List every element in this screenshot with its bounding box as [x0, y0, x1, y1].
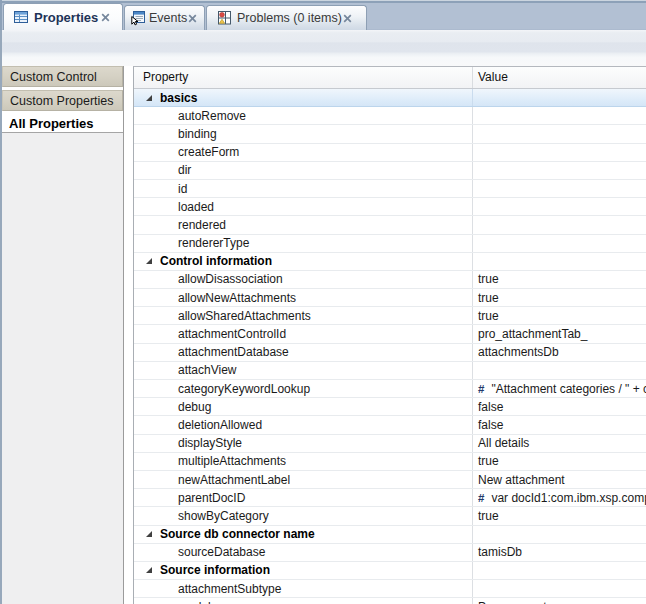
group-row[interactable]: Control information	[134, 253, 646, 271]
property-name-cell[interactable]: categoryKeywordLookup	[134, 380, 473, 397]
property-row[interactable]: allowDisassociationtrue	[134, 271, 646, 289]
property-value-cell[interactable]	[473, 362, 646, 379]
property-value-cell[interactable]: true	[473, 507, 646, 524]
property-row[interactable]: autoRemove	[134, 107, 646, 125]
property-name-cell[interactable]: newAttachmentLabel	[134, 471, 473, 488]
property-value-cell[interactable]: tamisDb	[473, 544, 646, 561]
property-value-cell[interactable]	[473, 162, 646, 179]
property-value-cell[interactable]	[473, 235, 646, 252]
property-value-cell[interactable]	[473, 216, 646, 233]
property-value-cell[interactable]: #var docId1:com.ibm.xsp.compon	[473, 489, 646, 506]
property-value-cell[interactable]	[473, 580, 646, 597]
property-value-cell[interactable]	[473, 107, 646, 124]
property-value-cell[interactable]: #"Attachment categories / " + cat	[473, 380, 646, 397]
property-row[interactable]: categoryKeywordLookup#"Attachment catego…	[134, 380, 646, 398]
sidebar-item-all-properties[interactable]: All Properties	[2, 114, 123, 132]
property-row[interactable]: sourceDatabasetamisDb	[134, 544, 646, 562]
property-name-cell[interactable]: attachmentDatabase	[134, 344, 473, 361]
property-row[interactable]: rendererType	[134, 235, 646, 253]
tab-problems-close-icon[interactable]	[343, 14, 352, 23]
property-name-cell[interactable]: id	[134, 180, 473, 197]
property-value-cell[interactable]: true	[473, 289, 646, 306]
property-value-cell[interactable]: true	[473, 453, 646, 470]
property-name-cell[interactable]: attachView	[134, 362, 473, 379]
property-row[interactable]: attachmentDatabaseattachmentsDb	[134, 344, 646, 362]
property-row[interactable]: newAttachmentLabelNew attachment	[134, 471, 646, 489]
property-name-cell[interactable]: rendered	[134, 216, 473, 233]
property-name-cell[interactable]: Control information	[134, 253, 473, 270]
group-row[interactable]: Source information	[134, 562, 646, 580]
sidebar-item-custom-control[interactable]: Custom Control	[2, 66, 123, 87]
property-name-cell[interactable]: attachmentControlId	[134, 325, 473, 342]
property-row[interactable]: parentDocID#var docId1:com.ibm.xsp.compo…	[134, 489, 646, 507]
property-value-cell[interactable]	[473, 144, 646, 161]
property-row[interactable]: deletionAllowedfalse	[134, 416, 646, 434]
property-name-cell[interactable]: sourceDatabase	[134, 544, 473, 561]
property-value-cell[interactable]	[473, 180, 646, 197]
property-name-cell[interactable]: module	[134, 598, 473, 604]
property-name-cell[interactable]: showByCategory	[134, 507, 473, 524]
property-name-cell[interactable]: basics	[134, 89, 473, 106]
property-name-cell[interactable]: loaded	[134, 198, 473, 215]
property-name-cell[interactable]: binding	[134, 125, 473, 142]
property-name-cell[interactable]: dir	[134, 162, 473, 179]
property-name-cell[interactable]: displayStyle	[134, 435, 473, 452]
tab-problems[interactable]: Problems (0 items)	[206, 5, 367, 30]
property-row[interactable]: rendered	[134, 216, 646, 234]
property-row[interactable]: showByCategorytrue	[134, 507, 646, 525]
tab-events[interactable]: Events	[124, 5, 205, 30]
property-value-cell[interactable]: Procurement	[473, 598, 646, 604]
column-header-value[interactable]: Value	[473, 67, 646, 88]
expanded-twisty-icon[interactable]	[146, 258, 152, 264]
property-name-cell[interactable]: Source information	[134, 562, 473, 579]
property-row[interactable]: attachmentSubtype	[134, 580, 646, 598]
property-name-cell[interactable]: attachmentSubtype	[134, 580, 473, 597]
property-name-cell[interactable]: allowDisassociation	[134, 271, 473, 288]
tab-properties-close-icon[interactable]	[101, 13, 110, 22]
property-row[interactable]: allowSharedAttachmentstrue	[134, 307, 646, 325]
property-value-cell[interactable]: true	[473, 307, 646, 324]
property-name-cell[interactable]: multipleAttachments	[134, 453, 473, 470]
property-row[interactable]: debugfalse	[134, 398, 646, 416]
property-row[interactable]: attachView	[134, 362, 646, 380]
property-value-cell[interactable]	[473, 89, 646, 106]
property-row[interactable]: multipleAttachmentstrue	[134, 453, 646, 471]
expanded-twisty-icon[interactable]	[146, 531, 152, 537]
expanded-twisty-icon[interactable]	[146, 95, 152, 101]
property-row[interactable]: loaded	[134, 198, 646, 216]
tab-events-close-icon[interactable]	[188, 14, 197, 23]
property-value-cell[interactable]: All details	[473, 435, 646, 452]
property-name-cell[interactable]: deletionAllowed	[134, 416, 473, 433]
property-value-cell[interactable]: New attachment	[473, 471, 646, 488]
property-name-cell[interactable]: rendererType	[134, 235, 473, 252]
property-value-cell[interactable]: attachmentsDb	[473, 344, 646, 361]
property-value-cell[interactable]: false	[473, 398, 646, 415]
property-name-cell[interactable]: parentDocID	[134, 489, 473, 506]
property-name-cell[interactable]: autoRemove	[134, 107, 473, 124]
property-name-cell[interactable]: allowNewAttachments	[134, 289, 473, 306]
property-value-cell[interactable]: pro_attachmentTab_	[473, 325, 646, 342]
property-row[interactable]: allowNewAttachmentstrue	[134, 289, 646, 307]
property-value-cell[interactable]	[473, 125, 646, 142]
property-value-cell[interactable]: true	[473, 271, 646, 288]
property-value-cell[interactable]	[473, 198, 646, 215]
property-name-cell[interactable]: allowSharedAttachments	[134, 307, 473, 324]
property-row[interactable]: displayStyleAll details	[134, 435, 646, 453]
property-row[interactable]: binding	[134, 125, 646, 143]
property-name-cell[interactable]: createForm	[134, 144, 473, 161]
property-row[interactable]: dir	[134, 162, 646, 180]
tab-properties[interactable]: Properties	[3, 3, 123, 30]
property-name-cell[interactable]: Source db connector name	[134, 526, 473, 543]
property-name-cell[interactable]: debug	[134, 398, 473, 415]
property-value-cell[interactable]	[473, 253, 646, 270]
group-row[interactable]: basics	[134, 89, 646, 107]
property-value-cell[interactable]: false	[473, 416, 646, 433]
group-row[interactable]: Source db connector name	[134, 526, 646, 544]
expanded-twisty-icon[interactable]	[146, 567, 152, 573]
property-value-cell[interactable]	[473, 562, 646, 579]
property-row[interactable]: moduleProcurement	[134, 598, 646, 604]
property-value-cell[interactable]	[473, 526, 646, 543]
property-row[interactable]: createForm	[134, 144, 646, 162]
sidebar-item-custom-properties[interactable]: Custom Properties	[2, 90, 123, 111]
property-row[interactable]: attachmentControlIdpro_attachmentTab_	[134, 325, 646, 343]
